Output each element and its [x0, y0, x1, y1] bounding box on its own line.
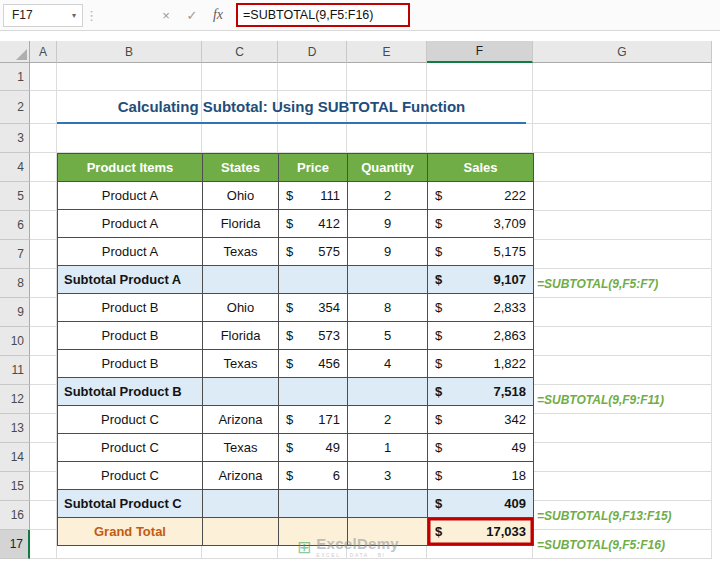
cell-product[interactable]: Product A: [58, 210, 203, 238]
cell-empty[interactable]: [279, 518, 348, 546]
row-header-16[interactable]: 16: [0, 501, 30, 530]
row-header-6[interactable]: 6: [0, 211, 30, 240]
table-header-sales[interactable]: Sales: [428, 154, 534, 182]
cell-sales[interactable]: $17,033: [428, 518, 534, 546]
cell-product[interactable]: Product B: [58, 294, 203, 322]
cell-quantity[interactable]: 9: [348, 210, 428, 238]
row-header-17[interactable]: 17: [0, 530, 30, 559]
row-header-2[interactable]: 2: [0, 91, 30, 124]
cell-state[interactable]: Ohio: [203, 294, 279, 322]
cell-product[interactable]: Product C: [58, 434, 203, 462]
column-header-D[interactable]: D: [278, 41, 347, 63]
cell-sales[interactable]: $342: [428, 406, 534, 434]
cell-state[interactable]: Ohio: [203, 182, 279, 210]
column-header-E[interactable]: E: [347, 41, 427, 63]
cell-price[interactable]: $456: [279, 350, 348, 378]
row-header-1[interactable]: 1: [0, 63, 30, 91]
cell-label[interactable]: Subtotal Product A: [58, 266, 203, 294]
cell-price[interactable]: $573: [279, 322, 348, 350]
formula-annotation[interactable]: =SUBTOTAL(9,F13:F15): [537, 501, 711, 530]
cell-sales[interactable]: $1,822: [428, 350, 534, 378]
cell-price[interactable]: $6: [279, 462, 348, 490]
column-header-C[interactable]: C: [202, 41, 278, 63]
cell-empty[interactable]: [348, 518, 428, 546]
cell-product[interactable]: Product C: [58, 462, 203, 490]
cell-label[interactable]: Grand Total: [58, 518, 203, 546]
cell-sales[interactable]: $5,175: [428, 238, 534, 266]
cell-sales[interactable]: $2,833: [428, 294, 534, 322]
cell-quantity[interactable]: 9: [348, 238, 428, 266]
cell-quantity[interactable]: 2: [348, 182, 428, 210]
insert-function-icon[interactable]: fx: [205, 7, 231, 23]
cell-price[interactable]: $412: [279, 210, 348, 238]
cell-quantity[interactable]: 4: [348, 350, 428, 378]
cell-quantity[interactable]: 5: [348, 322, 428, 350]
row-header-7[interactable]: 7: [0, 240, 30, 269]
cancel-icon[interactable]: ×: [153, 8, 179, 23]
cell-price[interactable]: $575: [279, 238, 348, 266]
cell-empty[interactable]: [203, 490, 279, 518]
cell-product[interactable]: Product A: [58, 182, 203, 210]
cell-empty[interactable]: [348, 378, 428, 406]
cell-sales[interactable]: $7,518: [428, 378, 534, 406]
cell-quantity[interactable]: 8: [348, 294, 428, 322]
formula-annotation[interactable]: =SUBTOTAL(9,F9:F11): [537, 385, 711, 414]
name-box-dropdown-icon[interactable]: ▾: [66, 11, 82, 20]
column-header-F[interactable]: F: [427, 41, 533, 63]
row-header-9[interactable]: 9: [0, 298, 30, 327]
cell-empty[interactable]: [348, 490, 428, 518]
column-header-B[interactable]: B: [57, 41, 202, 63]
formula-annotation[interactable]: =SUBTOTAL(9,F5:F16): [537, 530, 711, 559]
cell-state[interactable]: Arizona: [203, 406, 279, 434]
cell-state[interactable]: Florida: [203, 210, 279, 238]
row-header-14[interactable]: 14: [0, 443, 30, 472]
table-header-product-items[interactable]: Product Items: [58, 154, 203, 182]
row-header-15[interactable]: 15: [0, 472, 30, 501]
cell-empty[interactable]: [348, 266, 428, 294]
enter-icon[interactable]: ✓: [179, 8, 205, 23]
row-header-11[interactable]: 11: [0, 356, 30, 385]
cell-empty[interactable]: [279, 266, 348, 294]
cell-state[interactable]: Texas: [203, 434, 279, 462]
cell-sales[interactable]: $9,107: [428, 266, 534, 294]
cell-product[interactable]: Product B: [58, 350, 203, 378]
cell-empty[interactable]: [203, 518, 279, 546]
cell-label[interactable]: Subtotal Product B: [58, 378, 203, 406]
cell-empty[interactable]: [279, 490, 348, 518]
table-header-price[interactable]: Price: [279, 154, 348, 182]
cell-price[interactable]: $354: [279, 294, 348, 322]
cell-price[interactable]: $171: [279, 406, 348, 434]
cell-label[interactable]: Subtotal Product C: [58, 490, 203, 518]
column-header-A[interactable]: A: [30, 41, 57, 63]
table-header-quantity[interactable]: Quantity: [348, 154, 428, 182]
cell-state[interactable]: Arizona: [203, 462, 279, 490]
cell-empty[interactable]: [203, 266, 279, 294]
row-header-5[interactable]: 5: [0, 182, 30, 211]
cell-quantity[interactable]: 3: [348, 462, 428, 490]
row-header-8[interactable]: 8: [0, 269, 30, 298]
cell-price[interactable]: $49: [279, 434, 348, 462]
cell-quantity[interactable]: 1: [348, 434, 428, 462]
cell-state[interactable]: Florida: [203, 322, 279, 350]
cell-state[interactable]: Texas: [203, 238, 279, 266]
worksheet[interactable]: Calculating Subtotal: Using SUBTOTAL Fun…: [0, 41, 712, 559]
table-header-states[interactable]: States: [203, 154, 279, 182]
cell-price[interactable]: $111: [279, 182, 348, 210]
cell-quantity[interactable]: 2: [348, 406, 428, 434]
cell-product[interactable]: Product A: [58, 238, 203, 266]
cell-sales[interactable]: $409: [428, 490, 534, 518]
formula-annotation[interactable]: =SUBTOTAL(9,F5:F7): [537, 269, 711, 298]
column-header-G[interactable]: G: [533, 41, 712, 63]
cell-sales[interactable]: $222: [428, 182, 534, 210]
cell-sales[interactable]: $2,863: [428, 322, 534, 350]
row-header-13[interactable]: 13: [0, 414, 30, 443]
cell-sales[interactable]: $49: [428, 434, 534, 462]
row-header-3[interactable]: 3: [0, 124, 30, 153]
cell-sales[interactable]: $3,709: [428, 210, 534, 238]
cell-product[interactable]: Product B: [58, 322, 203, 350]
cell-empty[interactable]: [279, 378, 348, 406]
cell-empty[interactable]: [203, 378, 279, 406]
row-header-12[interactable]: 12: [0, 385, 30, 414]
row-header-10[interactable]: 10: [0, 327, 30, 356]
cell-sales[interactable]: $18: [428, 462, 534, 490]
